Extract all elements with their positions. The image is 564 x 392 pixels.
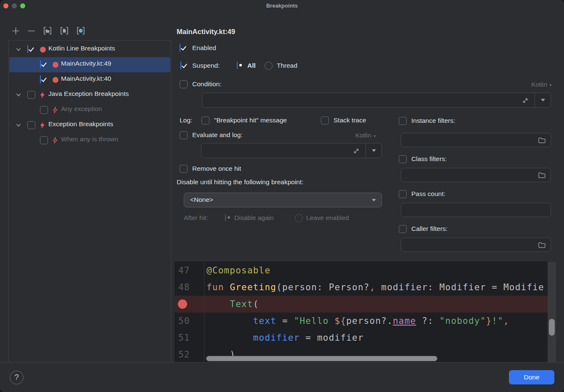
add-breakpoint-button[interactable] [11, 26, 20, 37]
class-filters-label[interactable]: Class filters: [411, 155, 447, 163]
minus-icon [27, 26, 36, 35]
code-token: } [486, 316, 492, 326]
code-text: fun Greeting(person: Person?, modifier: … [204, 279, 556, 296]
code-token: modifier [317, 333, 364, 343]
tree-label: Exception Breakpoints [48, 120, 113, 128]
suspend-thread-radio[interactable] [265, 62, 273, 70]
exception-bolt-icon [40, 91, 45, 101]
done-button[interactable]: Done [509, 370, 554, 384]
evaluate-input[interactable] [201, 143, 382, 158]
remove-once-hit-checkbox[interactable] [180, 165, 188, 173]
breakpoints-dialog: Breakpoints C [0, 0, 564, 392]
expand-field-icon[interactable] [522, 97, 529, 106]
code-token: (person: Person? [276, 282, 370, 292]
tree-row-kotlin-line-breakpoints[interactable]: Kotlin Line Breakpoints [9, 42, 171, 57]
evaluate-label[interactable]: Evaluate and log: [192, 131, 243, 139]
log-message-checkbox[interactable] [201, 117, 209, 124]
stack-trace-label[interactable]: Stack trace [334, 117, 366, 124]
folder-browse-icon[interactable] [538, 241, 546, 250]
after-hit-disable-radio [225, 214, 226, 222]
caller-filters-checkbox[interactable] [399, 225, 407, 233]
chevron-down-icon[interactable] [16, 122, 21, 130]
disable-until-value: <None> [190, 196, 213, 204]
tree-row-exception-breakpoints[interactable]: Exception Breakpoints [9, 118, 171, 133]
instance-filters-checkbox[interactable] [399, 117, 407, 125]
evaluate-checkbox[interactable] [180, 131, 188, 139]
after-hit-label: After hit: [184, 214, 208, 222]
tree-checkbox[interactable] [40, 106, 48, 114]
pass-count-label[interactable]: Pass count: [411, 190, 445, 198]
group-by-class-icon: C [76, 26, 85, 35]
remove-breakpoint-button[interactable] [27, 26, 36, 37]
pass-count-input[interactable] [401, 203, 551, 217]
chevron-down-icon[interactable] [16, 92, 21, 100]
disable-until-combobox[interactable]: <None> [184, 193, 382, 207]
horizontal-scrollbar-thumb[interactable] [206, 356, 437, 361]
help-button[interactable]: ? [10, 371, 24, 384]
breakpoint-dot-icon[interactable] [178, 299, 187, 309]
pass-count-checkbox[interactable] [399, 190, 407, 198]
instance-filters-input[interactable] [401, 133, 551, 147]
tree-checkbox[interactable] [27, 121, 35, 129]
tree-checkbox[interactable] [27, 91, 35, 99]
suspend-all-label[interactable]: All [247, 62, 256, 69]
code-line: Text( [175, 296, 556, 313]
caller-filters-label[interactable]: Caller filters: [411, 225, 447, 233]
dropdown-arrow-icon [372, 199, 376, 201]
caller-filters-input[interactable] [401, 238, 551, 252]
group-by-package-button[interactable] [43, 26, 52, 37]
group-by-file-icon [60, 26, 69, 35]
instance-filters-label[interactable]: Instance filters: [411, 117, 455, 124]
vertical-scrollbar[interactable] [548, 262, 556, 363]
line-number: 52 [175, 346, 204, 363]
tree-row-mainactivity-40[interactable]: MainActivity.kt:40 [9, 72, 171, 87]
condition-history-dropdown[interactable] [535, 93, 551, 107]
line-number: 51 [175, 329, 204, 346]
code-token [207, 316, 253, 326]
group-by-file-button[interactable] [60, 26, 69, 37]
evaluate-language-chooser[interactable]: Kotlin [355, 132, 376, 139]
tree-label: MainActivity.kt:40 [61, 75, 111, 82]
condition-checkbox[interactable] [180, 80, 188, 88]
code-token: ${ [335, 316, 347, 326]
evaluate-history-dropdown[interactable] [365, 143, 381, 158]
code-token: name [393, 316, 416, 326]
condition-language-chooser[interactable]: Kotlin [531, 81, 552, 88]
suspend-label: Suspend: [192, 62, 220, 69]
code-token [224, 282, 230, 292]
enabled-checkbox[interactable] [180, 44, 180, 52]
class-filters-checkbox[interactable] [399, 155, 407, 163]
folder-browse-icon[interactable] [538, 137, 546, 146]
line-number: 47 [175, 262, 204, 279]
code-token: = [276, 316, 294, 326]
tree-checkbox[interactable] [40, 136, 48, 144]
tree-row-java-exception-breakpoints[interactable]: Java Exception Breakpoints [9, 87, 171, 103]
window-title: Breakpoints [0, 0, 564, 12]
dropdown-arrow-icon [541, 99, 545, 101]
after-hit-leave-radio [295, 214, 303, 222]
folder-browse-icon[interactable] [538, 172, 546, 180]
chevron-down-icon[interactable] [16, 47, 21, 54]
condition-input[interactable] [202, 93, 551, 108]
enabled-label[interactable]: Enabled [192, 44, 216, 52]
suspend-thread-label[interactable]: Thread [277, 62, 297, 69]
tree-row-any-exception[interactable]: Any exception [9, 103, 171, 118]
stack-trace-checkbox[interactable] [321, 117, 329, 124]
expand-field-icon[interactable] [353, 148, 360, 156]
vertical-scrollbar-thumb[interactable] [549, 319, 555, 336]
tree-row-when-any-thrown[interactable]: When any is thrown [9, 133, 171, 148]
tree-row-mainactivity-49[interactable]: MainActivity.kt:49 [9, 57, 171, 72]
exception-bolt-outline-icon [52, 106, 58, 116]
tree-checkbox[interactable] [40, 75, 41, 83]
tree-checkbox[interactable] [27, 45, 28, 53]
condition-label[interactable]: Condition: [192, 80, 222, 88]
class-filters-input[interactable] [401, 168, 551, 182]
remove-once-hit-label[interactable]: Remove once hit [192, 165, 241, 172]
log-message-label[interactable]: "Breakpoint hit" message [214, 117, 287, 124]
suspend-checkbox[interactable] [180, 61, 181, 69]
group-by-class-button[interactable]: C [76, 26, 85, 37]
code-token: = [300, 333, 318, 343]
suspend-all-radio[interactable] [237, 61, 238, 69]
tree-checkbox[interactable] [40, 60, 41, 68]
code-token: text [253, 316, 276, 326]
